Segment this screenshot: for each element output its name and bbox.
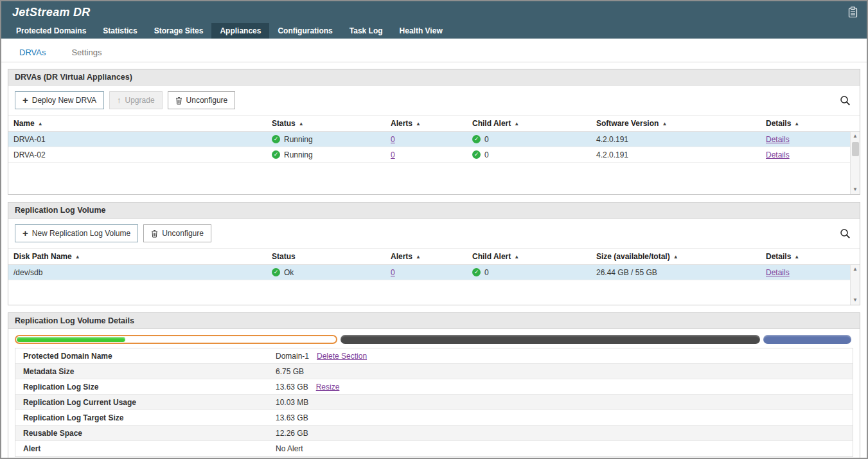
unconfigure-drva-button[interactable]: Unconfigure xyxy=(168,91,236,109)
details-link[interactable]: Details xyxy=(766,135,790,144)
nav-item-statistics[interactable]: Statistics xyxy=(94,23,145,39)
app-title: JetStream DR xyxy=(12,6,91,19)
column-header-details[interactable]: Details ▲ xyxy=(761,116,860,131)
details-link[interactable]: Details xyxy=(766,150,790,159)
table-row-drva-02[interactable]: DRVA-02 ✓ Running 0 ✓ 0 4.2.0.191 Detail… xyxy=(8,147,860,163)
app-header: JetStream DR xyxy=(1,1,867,23)
rlv-table-header: Disk Path Name ▲ Status Alerts ▲ Child A… xyxy=(8,248,860,265)
drva-child-alert: ✓ 0 xyxy=(467,135,591,144)
sort-asc-icon: ▲ xyxy=(514,121,519,127)
rlv-alerts: 0 xyxy=(385,268,467,277)
search-icon[interactable] xyxy=(840,95,853,106)
sort-asc-icon: ▲ xyxy=(75,254,80,260)
detail-row-replication-log-size: Replication Log Size 13.63 GB Resize xyxy=(15,379,853,395)
clipboard-icon[interactable] xyxy=(848,6,858,18)
unconfigure-rlv-button[interactable]: Unconfigure xyxy=(143,224,211,242)
column-header-software-version[interactable]: Software Version ▲ xyxy=(591,116,761,131)
table-row-drva-01[interactable]: DRVA-01 ✓ Running 0 ✓ 0 4.2.0.191 Detail… xyxy=(8,132,860,147)
sort-asc-icon: ▲ xyxy=(416,254,421,260)
nav-item-configurations[interactable]: Configurations xyxy=(269,23,341,39)
alerts-count-link[interactable]: 0 xyxy=(391,268,395,277)
vertical-scrollbar[interactable]: ▲ ▼ xyxy=(850,132,860,194)
column-header-name[interactable]: Name ▲ xyxy=(8,116,267,131)
alerts-count-link[interactable]: 0 xyxy=(391,135,395,144)
volume-usage-bar xyxy=(15,335,853,344)
clipboard-icon-svg xyxy=(848,6,858,18)
scroll-down-button[interactable]: ▼ xyxy=(853,296,858,305)
sort-asc-icon: ▲ xyxy=(794,121,799,127)
search-icon-svg xyxy=(840,95,851,106)
sort-asc-icon: ▲ xyxy=(299,121,304,127)
child-alert-ok-icon: ✓ xyxy=(472,135,481,143)
child-alert-count: 0 xyxy=(484,135,489,144)
detail-value: 12.26 GB xyxy=(276,429,308,438)
drva-software-version: 4.2.0.191 xyxy=(591,135,761,144)
detail-row-reusable-space: Reusable Space 12.26 GB xyxy=(15,426,853,441)
column-header-alerts[interactable]: Alerts ▲ xyxy=(385,116,467,131)
drva-child-alert: ✓ 0 xyxy=(467,150,591,159)
rlv-toolbar: + New Replication Log Volume Unconfigure xyxy=(8,219,860,248)
sort-asc-icon: ▲ xyxy=(673,254,678,260)
column-header-disk-path-name[interactable]: Disk Path Name ▲ xyxy=(8,249,267,264)
detail-row-alert: Alert No Alert xyxy=(15,441,853,456)
child-alert-ok-icon: ✓ xyxy=(472,268,481,276)
tab-drvas[interactable]: DRVAs xyxy=(12,44,53,62)
nav-item-appliances[interactable]: Appliances xyxy=(211,23,269,39)
deploy-new-drva-button[interactable]: + Deploy New DRVA xyxy=(15,91,104,109)
replication-log-segment xyxy=(15,335,337,344)
tab-settings[interactable]: Settings xyxy=(64,44,109,62)
unconfigure-drva-label: Unconfigure xyxy=(186,96,228,105)
scroll-up-button[interactable]: ▲ xyxy=(853,132,858,141)
detail-row-protected-domain-name: Protected Domain Name Domain-1 Delete Se… xyxy=(15,348,853,364)
detail-value: 10.03 MB xyxy=(276,398,308,407)
search-icon[interactable] xyxy=(840,228,853,239)
nav-item-protected-domains[interactable]: Protected Domains xyxy=(8,23,94,39)
metadata-segment xyxy=(763,335,851,344)
column-header-status[interactable]: Status ▲ xyxy=(267,116,385,131)
unconfigure-rlv-label: Unconfigure xyxy=(162,229,204,238)
detail-label: Replication Log Target Size xyxy=(15,413,276,422)
deploy-new-drva-label: Deploy New DRVA xyxy=(32,96,96,105)
replication-log-volume-panel: Replication Log Volume + New Replication… xyxy=(8,202,860,305)
drva-alerts: 0 xyxy=(385,150,467,159)
detail-value: Domain-1 xyxy=(276,352,309,361)
vertical-scrollbar[interactable]: ▲ ▼ xyxy=(850,265,860,305)
drvas-panel: DRVAs (DR Virtual Appliances) + Deploy N… xyxy=(8,69,860,195)
detail-value: 13.63 GB xyxy=(276,382,308,392)
new-replication-log-volume-button[interactable]: + New Replication Log Volume xyxy=(15,224,138,242)
search-icon-svg xyxy=(840,228,851,239)
column-header-status[interactable]: Status xyxy=(267,249,385,264)
column-header-child-alert[interactable]: Child Alert ▲ xyxy=(467,249,591,264)
status-ok-icon: ✓ xyxy=(272,135,280,143)
nav-item-health-view[interactable]: Health View xyxy=(391,23,451,39)
detail-label: Protected Domain Name xyxy=(15,352,276,361)
upgrade-button[interactable]: ↑ Upgrade xyxy=(109,91,163,109)
scroll-down-button[interactable]: ▼ xyxy=(853,185,858,194)
new-rlv-label: New Replication Log Volume xyxy=(32,229,130,238)
scrollbar-thumb[interactable] xyxy=(852,142,859,156)
column-header-details[interactable]: Details ▲ xyxy=(761,249,860,264)
alerts-count-link[interactable]: 0 xyxy=(391,150,395,159)
app-window: JetStream DR Protected Domains Statistic… xyxy=(0,0,868,459)
delete-section-link[interactable]: Delete Section xyxy=(317,352,367,361)
volume-details-table: Protected Domain Name Domain-1 Delete Se… xyxy=(15,348,853,457)
drvas-panel-title: DRVAs (DR Virtual Appliances) xyxy=(8,69,860,86)
column-header-alerts[interactable]: Alerts ▲ xyxy=(385,249,467,264)
resize-link[interactable]: Resize xyxy=(316,382,340,392)
usage-bar-log-fill xyxy=(17,337,125,342)
nav-item-task-log[interactable]: Task Log xyxy=(341,23,391,39)
nav-item-storage-sites[interactable]: Storage Sites xyxy=(146,23,212,39)
detail-label: Replication Log Size xyxy=(15,382,276,392)
status-text: Ok xyxy=(284,268,294,277)
trash-icon xyxy=(175,96,182,105)
column-header-child-alert[interactable]: Child Alert ▲ xyxy=(467,116,591,131)
child-alert-ok-icon: ✓ xyxy=(472,150,481,159)
scroll-up-button[interactable]: ▲ xyxy=(853,265,858,274)
rlv-status: ✓ Ok xyxy=(267,268,385,277)
plus-icon: + xyxy=(22,97,28,104)
column-header-size[interactable]: Size (available/total) ▲ xyxy=(591,249,761,264)
sort-asc-icon: ▲ xyxy=(416,121,421,127)
details-link[interactable]: Details xyxy=(766,268,790,277)
table-row-dev-sdb[interactable]: /dev/sdb ✓ Ok 0 ✓ 0 26.44 GB / 55 GB Det… xyxy=(8,265,860,280)
rlv-child-alert: ✓ 0 xyxy=(467,268,591,277)
